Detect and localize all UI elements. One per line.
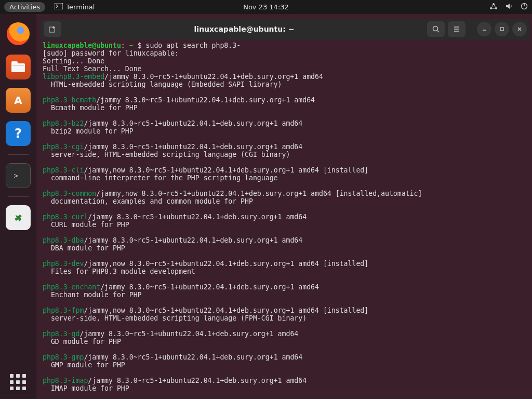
help-launcher[interactable]: ? — [6, 121, 31, 146]
clock[interactable]: Nov 23 14:32 — [243, 3, 289, 11]
search-button[interactable] — [427, 21, 445, 37]
focused-app-label: Terminal — [66, 3, 95, 11]
titlebar: linuxcapable@ubuntu: ~ — [41, 19, 530, 39]
software-launcher[interactable] — [6, 88, 31, 113]
minimize-button[interactable] — [477, 22, 491, 36]
svg-rect-0 — [55, 3, 63, 9]
window-title: linuxcapable@ubuntu: ~ — [64, 25, 424, 33]
terminal-app-icon — [55, 3, 63, 11]
svg-rect-7 — [11, 61, 18, 64]
close-button[interactable] — [512, 22, 527, 36]
hamburger-menu-button[interactable] — [448, 21, 466, 37]
power-icon[interactable] — [521, 3, 528, 11]
files-launcher[interactable] — [6, 55, 31, 79]
firefox-launcher[interactable] — [6, 21, 31, 46]
trash-launcher[interactable] — [6, 205, 31, 230]
dock: ? >_ — [0, 14, 36, 399]
svg-rect-8 — [12, 65, 24, 66]
network-icon[interactable] — [489, 3, 498, 11]
svg-rect-6 — [11, 63, 25, 72]
dock-separator — [8, 154, 29, 155]
svg-rect-18 — [500, 28, 503, 31]
new-tab-button[interactable] — [44, 21, 61, 37]
svg-line-13 — [437, 31, 439, 32]
volume-icon[interactable] — [505, 3, 513, 11]
terminal-output[interactable]: linuxcapable@ubuntu: ~ $ sudo apt search… — [41, 39, 530, 399]
activities-button[interactable]: Activities — [4, 2, 45, 12]
terminal-window: linuxcapable@ubuntu: ~ linuxcapable@ubun… — [41, 19, 530, 399]
gnome-topbar: Activities Terminal Nov 23 14:32 — [0, 0, 532, 14]
maximize-button[interactable] — [495, 22, 509, 36]
terminal-launcher[interactable]: >_ — [6, 163, 31, 188]
focused-app[interactable]: Terminal — [55, 3, 95, 11]
dock-separator — [8, 196, 29, 197]
svg-point-12 — [433, 26, 438, 31]
show-applications-button[interactable] — [9, 373, 28, 392]
